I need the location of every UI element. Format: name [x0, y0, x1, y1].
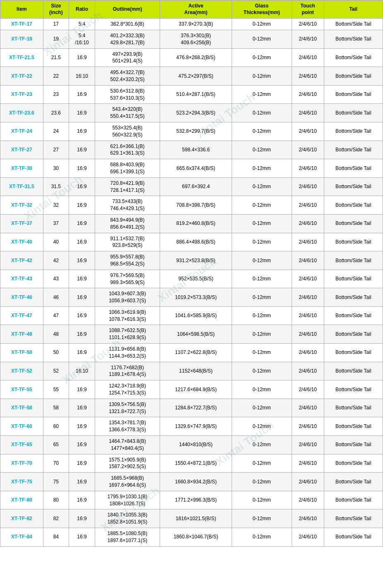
cell-touch_point: 2/4/6/10 — [292, 19, 324, 30]
cell-size: 19 — [43, 30, 69, 48]
table-row: XT-TF-23.623.616:9543.4×320(B)550.4×317.… — [0, 104, 383, 122]
cell-tail: Bottom/Side Tail — [324, 491, 383, 509]
cell-size: 40 — [43, 233, 69, 251]
cell-glass_thickness: 0-12mm — [232, 214, 292, 233]
cell-tail: Bottom/Side Tail — [324, 288, 383, 307]
cell-touch_point: 2/4/6/10 — [292, 454, 324, 473]
table-row: XT-TF-555516:91242.3×718.9(B)1254.7×715.… — [0, 380, 383, 399]
cell-size: 30 — [43, 159, 69, 178]
cell-active_area: 697.6×392.4 — [160, 177, 232, 196]
cell-outline: 1176.7×682(B)1189.1×678.4(S) — [95, 362, 160, 380]
cell-ratio: 16:9 — [69, 196, 95, 215]
cell-size: 48 — [43, 325, 69, 344]
cell-touch_point: 2/4/6/10 — [292, 104, 324, 122]
cell-tail: Bottom/Side Tail — [324, 454, 383, 473]
cell-size: 84 — [43, 528, 69, 547]
table-row: XT-TF-222216:10495.4×322.7(B)502.4×320.2… — [0, 67, 383, 86]
cell-item: XT-TF-46 — [0, 288, 43, 307]
header-tail: Tail — [324, 0, 383, 19]
cell-tail: Bottom/Side Tail — [324, 509, 383, 528]
header-item: Item — [0, 0, 43, 19]
cell-tail: Bottom/Side Tail — [324, 177, 383, 196]
cell-glass_thickness: 0-12mm — [232, 122, 292, 141]
cell-glass_thickness: 0-12mm — [232, 362, 292, 380]
cell-outline: 401.2×332.3(B)429.8×281.7(B) — [95, 30, 160, 48]
cell-item: XT-TF-31.5 — [0, 177, 43, 196]
cell-ratio: 16:9 — [69, 473, 95, 491]
cell-ratio: 16:9 — [69, 325, 95, 344]
cell-size: 47 — [43, 306, 69, 325]
cell-glass_thickness: 0-12mm — [232, 141, 292, 159]
cell-touch_point: 2/4/6/10 — [292, 325, 324, 344]
cell-active_area: 337.9×270.3(B) — [160, 19, 232, 30]
cell-touch_point: 2/4/6/10 — [292, 509, 324, 528]
table-row: XT-TF-707016:91575.1×905.9(B)1587.2×902.… — [0, 454, 383, 473]
cell-active_area: 1107.2×622.8(B/S) — [160, 344, 232, 362]
cell-outline: 1840.7×1055.3(B)1852.8×1051.9(S) — [95, 509, 160, 528]
table-row: XT-TF-474716:91066.3×619.9(B)1078.7×616.… — [0, 306, 383, 325]
cell-tail: Bottom/Side Tail — [324, 85, 383, 104]
cell-ratio: 16:9 — [69, 177, 95, 196]
cell-active_area: 931.2×523.8(B/S) — [160, 251, 232, 270]
cell-active_area: 1217.6×684.9(B/S) — [160, 380, 232, 399]
cell-ratio: 5:4/16:10 — [69, 30, 95, 48]
cell-outline: 1795.9×1030.1(B)1808×1026.7(S) — [95, 491, 160, 509]
cell-touch_point: 2/4/6/10 — [292, 288, 324, 307]
cell-glass_thickness: 0-12mm — [232, 67, 292, 86]
cell-tail: Bottom/Side Tail — [324, 67, 383, 86]
cell-glass_thickness: 0-12mm — [232, 196, 292, 215]
cell-item: XT-TF-27 — [0, 141, 43, 159]
table-row: XT-TF-505016:91131.9×656.8(B)1144.3×653.… — [0, 344, 383, 362]
cell-item: XT-TF-58 — [0, 399, 43, 417]
cell-size: 80 — [43, 491, 69, 509]
cell-tail: Bottom/Side Tail — [324, 473, 383, 491]
cell-size: 42 — [43, 251, 69, 270]
cell-active_area: 886.4×498.6(B/S) — [160, 233, 232, 251]
cell-glass_thickness: 0-12mm — [232, 344, 292, 362]
cell-size: 65 — [43, 436, 69, 454]
cell-active_area: 1019.2×573.3(B/S) — [160, 288, 232, 307]
cell-active_area: 665.6x374.4(B/S) — [160, 159, 232, 178]
cell-tail: Bottom/Side Tail — [324, 362, 383, 380]
cell-touch_point: 2/4/6/10 — [292, 251, 324, 270]
cell-size: 60 — [43, 417, 69, 436]
cell-ratio: 16:9 — [69, 491, 95, 509]
table-row: XT-TF-848416:91885.5×1080.5(B)1897.6×107… — [0, 528, 383, 547]
cell-active_area: 819.2×460.8(B/S) — [160, 214, 232, 233]
cell-item: XT-TF-17 — [0, 19, 43, 30]
cell-size: 37 — [43, 214, 69, 233]
cell-ratio: 16:9 — [69, 270, 95, 288]
cell-active_area: 376.3×301(B)409.6×256(B) — [160, 30, 232, 48]
table-row: XT-TF-272716:9621.6×366.1(B)629.1×361.3(… — [0, 141, 383, 159]
cell-size: 70 — [43, 454, 69, 473]
table-row: XT-TF-484816:91088.7×632.5(B)1101.1×628.… — [0, 325, 383, 344]
cell-item: XT-TF-75 — [0, 473, 43, 491]
cell-size: 50 — [43, 344, 69, 362]
cell-size: 75 — [43, 473, 69, 491]
cell-item: XT-TF-84 — [0, 528, 43, 547]
cell-outline: 621.6×366.1(B)629.1×361.3(S) — [95, 141, 160, 159]
cell-tail: Bottom/Side Tail — [324, 141, 383, 159]
cell-touch_point: 2/4/6/10 — [292, 362, 324, 380]
cell-item: XT-TF-40 — [0, 233, 43, 251]
cell-tail: Bottom/Side Tail — [324, 104, 383, 122]
table-row: XT-TF-434316:9976.7×569.5(B)989.3×565.9(… — [0, 270, 383, 288]
cell-tail: Bottom/Side Tail — [324, 528, 383, 547]
cell-outline: 553×325.4(B)560×322.9(S) — [95, 122, 160, 141]
cell-outline: 530.6×312.8(B)537.6×310.3(S) — [95, 85, 160, 104]
cell-active_area: 1816×1021.5(B/S) — [160, 509, 232, 528]
cell-size: 21.5 — [43, 48, 69, 67]
cell-item: XT-TF-37 — [0, 214, 43, 233]
cell-glass_thickness: 0-12mm — [232, 104, 292, 122]
cell-outline: 843.9×494.9(B)856.6×491.2(S) — [95, 214, 160, 233]
table-row: XT-TF-17175:4362.8*301.6(B)337.9×270.3(B… — [0, 19, 383, 30]
table-row: XT-TF-808016:91795.9×1030.1(B)1808×1026.… — [0, 491, 383, 509]
cell-active_area: 1550.4×872.1(B/S) — [160, 454, 232, 473]
cell-ratio: 16:9 — [69, 380, 95, 399]
cell-size: 23.6 — [43, 104, 69, 122]
cell-ratio: 16:9 — [69, 417, 95, 436]
table-row: XT-TF-303016:9688.8×403.9(B)696.1×399.1(… — [0, 159, 383, 178]
cell-touch_point: 2/4/6/10 — [292, 380, 324, 399]
cell-size: 55 — [43, 380, 69, 399]
cell-touch_point: 2/4/6/10 — [292, 122, 324, 141]
